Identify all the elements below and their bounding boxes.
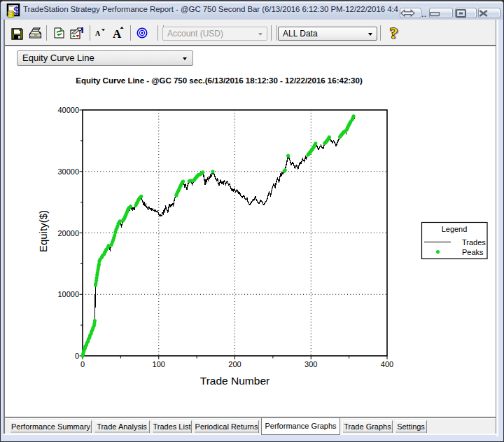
svg-text:Peaks: Peaks	[462, 248, 484, 256]
svg-text:Trades: Trades	[462, 238, 486, 247]
svg-text:20000: 20000	[57, 229, 79, 237]
svg-text:0: 0	[80, 360, 85, 368]
svg-text:100: 100	[153, 360, 165, 368]
svg-text:300: 300	[304, 360, 317, 368]
svg-text:40000: 40000	[57, 106, 79, 114]
svg-text:200: 200	[228, 360, 241, 368]
svg-text:Equity Curve Line - @GC 750 se: Equity Curve Line - @GC 750 sec.(6/13/20…	[76, 76, 363, 85]
svg-text:Trade Number: Trade Number	[200, 375, 270, 387]
svg-text:Equity($): Equity($)	[37, 210, 49, 252]
svg-text:0: 0	[75, 352, 79, 360]
svg-text:10000: 10000	[57, 290, 79, 298]
svg-text:30000: 30000	[57, 167, 79, 176]
svg-text:400: 400	[381, 360, 393, 368]
svg-text:Legend: Legend	[442, 225, 468, 233]
